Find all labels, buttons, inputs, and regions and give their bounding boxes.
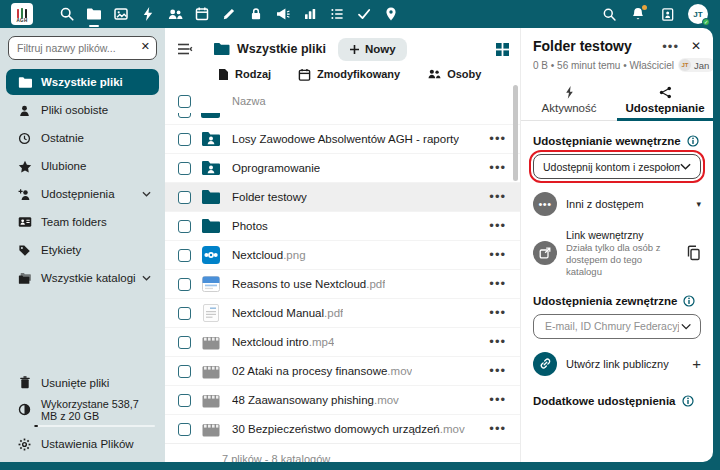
calendar-icon[interactable] [194, 6, 210, 22]
table-row-selected[interactable]: Folder testowy ••• [165, 182, 520, 211]
filter-chip-people[interactable]: Osoby [427, 68, 481, 80]
checks-icon[interactable] [356, 6, 372, 22]
sidebar-item-tags[interactable]: Etykiety [6, 237, 159, 263]
row-checkbox[interactable] [178, 423, 191, 436]
partially-scrolled-row [165, 113, 520, 124]
row-checkbox[interactable] [178, 162, 191, 175]
row-checkbox[interactable] [178, 365, 191, 378]
table-row[interactable]: Nextcloud intro.mp4 ••• [165, 327, 520, 356]
unified-search-icon[interactable] [601, 6, 617, 22]
chevron-down-icon[interactable] [142, 275, 151, 281]
details-actions-icon[interactable]: ••• [662, 39, 679, 54]
contacts-menu-icon[interactable] [659, 6, 675, 22]
close-icon[interactable]: ✕ [691, 39, 701, 53]
sidebar-item-quota[interactable]: Wykorzystane 538,7 MB z 20 GB [6, 397, 159, 423]
row-checkbox[interactable] [178, 336, 191, 349]
info-icon[interactable] [687, 135, 699, 147]
table-row[interactable]: Nextcloud Manual.pdf ••• [165, 298, 520, 327]
sidebar-item-shares[interactable]: Udostępnienia [6, 181, 159, 207]
row-actions-icon[interactable]: ••• [487, 219, 508, 233]
team-folders-icon [17, 215, 32, 230]
row-actions-icon[interactable]: ••• [487, 248, 508, 262]
contacts-icon[interactable] [167, 6, 183, 22]
row-checkbox[interactable] [178, 394, 191, 407]
topbar-right: JT✓ [601, 4, 708, 24]
owner-avatar-pill[interactable]: JT Jan [678, 58, 713, 72]
agh-logo[interactable]: AGH [11, 3, 33, 25]
new-button[interactable]: Nowy [338, 38, 407, 61]
activity-icon[interactable] [140, 6, 156, 22]
select-all-checkbox[interactable] [178, 95, 191, 108]
row-checkbox[interactable] [178, 191, 191, 204]
filter-files-input[interactable] [8, 36, 157, 60]
search-icon[interactable] [59, 6, 75, 22]
sidebar-item-files-settings[interactable]: Ustawienia Plików [6, 431, 159, 457]
announcements-icon[interactable] [275, 6, 291, 22]
row-checkbox[interactable] [178, 133, 191, 146]
tab-sharing[interactable]: Udostępnianie [617, 82, 713, 120]
sidebar-item-all-folders[interactable]: Wszystkie katalogi [6, 265, 159, 291]
files-table: Nazwa Losy Zawodowe Absolwentów AGH - ra… [165, 89, 520, 462]
tab-activity[interactable]: Aktywność [521, 82, 617, 120]
notifications-bell-icon[interactable] [630, 6, 646, 22]
clear-filter-icon[interactable]: ✕ [141, 40, 150, 53]
expand-triangle-icon[interactable]: ▾ [696, 199, 701, 209]
create-public-link-row[interactable]: Utwórz link publiczny + [533, 352, 701, 376]
row-checkbox[interactable] [178, 307, 191, 320]
grid-view-icon[interactable] [495, 42, 510, 57]
row-actions-icon[interactable]: ••• [487, 190, 508, 204]
sidebar-item-favorites[interactable]: Ulubione [6, 153, 159, 179]
analytics-icon[interactable] [302, 6, 318, 22]
row-checkbox[interactable] [178, 220, 191, 233]
filter-chip-modified[interactable]: Zmodyfikowany [298, 68, 400, 81]
tasks-icon[interactable] [329, 6, 345, 22]
sidebar-item-team-folders[interactable]: Team folders [6, 209, 159, 235]
row-checkbox[interactable] [178, 249, 191, 262]
sidebar-toggle-icon[interactable] [177, 41, 195, 57]
filter-chip-type[interactable]: Rodzaj [218, 68, 271, 81]
table-row[interactable]: Oprogramowanie ••• [165, 153, 520, 182]
notes-icon[interactable] [221, 6, 237, 22]
row-actions-icon[interactable]: ••• [487, 393, 508, 407]
maps-icon[interactable] [383, 6, 399, 22]
info-icon[interactable] [682, 395, 694, 407]
user-avatar[interactable]: JT✓ [688, 4, 708, 24]
table-row[interactable]: 02 Ataki na procesy finansowe.mov ••• [165, 356, 520, 385]
row-actions-icon[interactable]: ••• [487, 161, 508, 175]
sidebar-item-recent[interactable]: Ostatnie [6, 125, 159, 151]
table-row[interactable]: Reasons to use Nextcloud.pdf ••• [165, 269, 520, 298]
breadcrumb[interactable]: Wszystkie pliki [213, 42, 326, 56]
table-row[interactable]: Losy Zawodowe Absolwentów AGH - raporty … [165, 124, 520, 153]
copy-icon[interactable] [686, 245, 701, 261]
others-with-access-row[interactable]: ••• Inni z dostępem ▾ [533, 192, 701, 216]
chevron-down-icon[interactable] [142, 191, 151, 197]
row-actions-icon[interactable]: ••• [487, 306, 508, 320]
add-link-plus-icon[interactable]: + [692, 355, 701, 372]
row-checkbox[interactable] [178, 278, 191, 291]
video-icon [200, 392, 222, 409]
row-actions-icon[interactable]: ••• [487, 422, 508, 436]
external-share-input[interactable] [543, 319, 681, 333]
row-actions-icon[interactable]: ••• [487, 132, 508, 146]
breadcrumb-label: Wszystkie pliki [237, 42, 326, 56]
photos-icon[interactable] [113, 6, 129, 22]
table-row[interactable]: 48 Zaawansowany phishing.mov ••• [165, 385, 520, 414]
internal-link-row[interactable]: Link wewnętrzny Działa tylko dla osób z … [533, 229, 701, 278]
table-row[interactable]: Photos ••• [165, 211, 520, 240]
share-accounts-combobox[interactable]: Udostępnij kontom i zespołom [533, 154, 701, 179]
row-actions-icon[interactable]: ••• [487, 364, 508, 378]
table-row[interactable]: 30 Bezpieczeństwo domowych urządzeń.mov … [165, 414, 520, 443]
sidebar-item-deleted-files[interactable]: Usunięte pliki [6, 370, 159, 396]
sidebar-item-all-files[interactable]: Wszystkie pliki [6, 69, 159, 95]
folders-icon [17, 271, 32, 286]
sidebar-item-personal-files[interactable]: Pliki osobiste [6, 97, 159, 123]
passwords-icon[interactable] [248, 6, 264, 22]
table-row[interactable]: Nextcloud.png ••• [165, 240, 520, 269]
row-actions-icon[interactable]: ••• [487, 335, 508, 349]
row-actions-icon[interactable]: ••• [487, 277, 508, 291]
files-icon[interactable] [86, 6, 102, 22]
column-header-name[interactable]: Nazwa [232, 95, 266, 107]
info-icon[interactable] [683, 295, 695, 307]
folder-icon [200, 218, 222, 234]
scrollbar-thumb[interactable] [513, 85, 518, 181]
